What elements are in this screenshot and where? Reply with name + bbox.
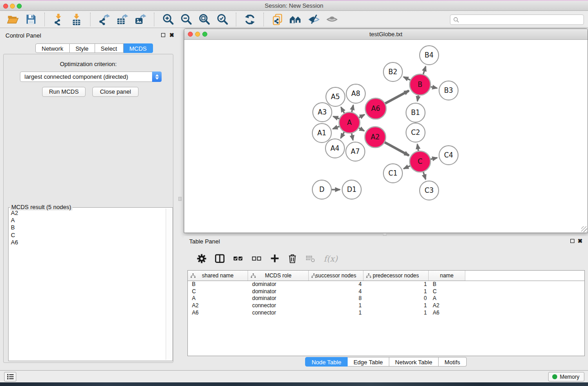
graph-node-label: C4	[444, 151, 453, 159]
main-titlebar[interactable]: Session: New Session	[0, 1, 588, 11]
memory-button[interactable]: Memory	[548, 372, 584, 381]
zoom-in-icon[interactable]	[159, 12, 177, 27]
export-table-icon[interactable]	[113, 12, 131, 27]
horizontal-splitter-grip[interactable]	[383, 233, 387, 236]
node-table[interactable]: shared nameMCDS rolesuccessor nodesprede…	[187, 270, 585, 356]
float-panel-icon[interactable]	[161, 33, 165, 37]
table-cell[interactable]: 1	[309, 302, 363, 310]
table-row[interactable]: Cdominator41C	[188, 288, 584, 295]
gear-icon[interactable]	[196, 253, 207, 264]
open-session-icon[interactable]	[4, 12, 22, 27]
import-table-icon[interactable]	[67, 12, 86, 27]
column-header-name[interactable]: name	[429, 271, 465, 281]
table-cell[interactable]: dominator	[248, 288, 309, 295]
table-cell[interactable]: 8	[309, 295, 363, 302]
result-list-item[interactable]: B	[10, 224, 165, 231]
tab-motifs[interactable]: Motifs	[439, 357, 467, 367]
result-list-item[interactable]: A6	[10, 239, 165, 246]
zoom-fit-icon[interactable]	[195, 12, 213, 27]
vertical-splitter[interactable]	[177, 28, 184, 370]
refresh-icon[interactable]	[241, 12, 259, 27]
network-window-titlebar[interactable]: testGlobe.txt	[184, 29, 588, 40]
search-input[interactable]	[450, 14, 584, 25]
table-row[interactable]: Bdominator41B	[188, 281, 584, 288]
table-cell[interactable]: 4	[309, 288, 363, 295]
close-panel-button[interactable]: Close panel	[92, 87, 139, 97]
result-list-scrollbar[interactable]	[166, 209, 172, 360]
table-cell[interactable]: dominator	[248, 295, 309, 302]
split-columns-icon[interactable]	[215, 253, 225, 264]
function-builder-icon[interactable]: f(x)	[324, 254, 338, 263]
result-list-item[interactable]: A2	[10, 210, 165, 217]
table-cell[interactable]: A	[429, 295, 465, 302]
table-row[interactable]: Adominator80A	[188, 295, 584, 302]
hide-graphics-icon[interactable]	[305, 12, 323, 27]
run-mcds-button[interactable]: Run MCDS	[42, 87, 86, 97]
optimization-criterion-select[interactable]: largest connected component (directed)	[20, 71, 162, 82]
save-session-icon[interactable]	[22, 12, 40, 27]
table-cell[interactable]: 1	[363, 302, 429, 310]
table-cell[interactable]: A2	[188, 302, 248, 310]
tab-style[interactable]: Style	[70, 43, 95, 53]
column-header-MCDS-role[interactable]: MCDS role	[248, 271, 309, 281]
tab-node-table[interactable]: Node Table	[305, 357, 348, 367]
graph-edge-A2-C[interactable]	[383, 142, 409, 156]
splitter-grip-icon[interactable]	[178, 197, 182, 201]
network-canvas[interactable]: B4B2BB3A8A5A6A3B1AC2A1A2A4A7C4CC1DD1C3	[184, 40, 588, 233]
table-cell[interactable]: A6	[188, 310, 248, 317]
float-table-panel-icon[interactable]	[570, 239, 574, 243]
close-table-panel-icon[interactable]: ✖	[578, 238, 583, 243]
table-cell[interactable]: 1	[363, 281, 429, 288]
table-cell[interactable]: C	[188, 288, 248, 295]
tab-network[interactable]: Network	[35, 43, 70, 53]
table-cell[interactable]: C	[429, 288, 465, 295]
tab-mcds[interactable]: MCDS	[124, 43, 153, 53]
result-list-item[interactable]: C	[10, 232, 165, 239]
table-cell[interactable]: B	[188, 281, 248, 288]
table-cell[interactable]: 1	[363, 310, 429, 317]
show-graphics-details-icon[interactable]	[323, 12, 341, 27]
delete-column-icon[interactable]	[287, 253, 297, 264]
table-row[interactable]: A2connector11A2	[188, 302, 584, 310]
table-cell[interactable]: 1	[309, 310, 363, 317]
show-all-networks-icon[interactable]	[287, 12, 305, 27]
resize-grip-icon[interactable]	[581, 226, 587, 232]
clone-network-icon[interactable]	[268, 12, 287, 27]
close-panel-icon[interactable]: ✖	[169, 33, 174, 38]
table-cell[interactable]: A2	[429, 302, 465, 310]
export-network-icon[interactable]	[95, 12, 113, 27]
table-cell[interactable]: B	[429, 281, 465, 288]
table-cell[interactable]: A	[188, 295, 248, 302]
table-row[interactable]: A6connector11A6	[188, 310, 584, 317]
graph-edge-A6-B[interactable]	[384, 91, 409, 104]
column-header-successor-nodes[interactable]: successor nodes	[309, 271, 363, 281]
graph-node-label: D1	[347, 186, 356, 194]
tab-edge-table[interactable]: Edge Table	[348, 357, 389, 367]
add-column-icon[interactable]	[270, 253, 280, 263]
table-cell[interactable]: 0	[363, 295, 429, 302]
graph-node-label: B2	[388, 68, 397, 76]
table-cell[interactable]: 1	[363, 288, 429, 295]
tab-select[interactable]: Select	[95, 43, 124, 53]
table-cell[interactable]: 4	[309, 281, 363, 288]
import-network-icon[interactable]	[49, 12, 67, 27]
table-cell[interactable]: connector	[248, 302, 309, 310]
result-list-item[interactable]: A	[10, 217, 165, 224]
column-header-shared-name[interactable]: shared name	[188, 271, 248, 281]
toolbar-separator	[263, 13, 264, 26]
window-title: Session: New Session	[0, 2, 588, 9]
unselect-all-icon[interactable]	[251, 253, 262, 263]
zoom-out-icon[interactable]	[177, 12, 195, 27]
mcds-result-list[interactable]: A2ABCA6	[10, 210, 165, 360]
toolbar-separator	[90, 13, 91, 26]
table-cell[interactable]: dominator	[248, 281, 309, 288]
task-history-button[interactable]	[4, 372, 16, 381]
zoom-selected-icon[interactable]	[213, 12, 231, 27]
select-all-icon[interactable]	[233, 253, 244, 263]
delete-table-icon[interactable]	[305, 254, 316, 263]
table-cell[interactable]: A6	[429, 310, 465, 317]
table-cell[interactable]: connector	[248, 310, 309, 317]
tab-network-table[interactable]: Network Table	[389, 357, 439, 367]
export-image-icon[interactable]	[131, 12, 149, 27]
column-header-predecessor-nodes[interactable]: predecessor nodes	[363, 271, 429, 281]
